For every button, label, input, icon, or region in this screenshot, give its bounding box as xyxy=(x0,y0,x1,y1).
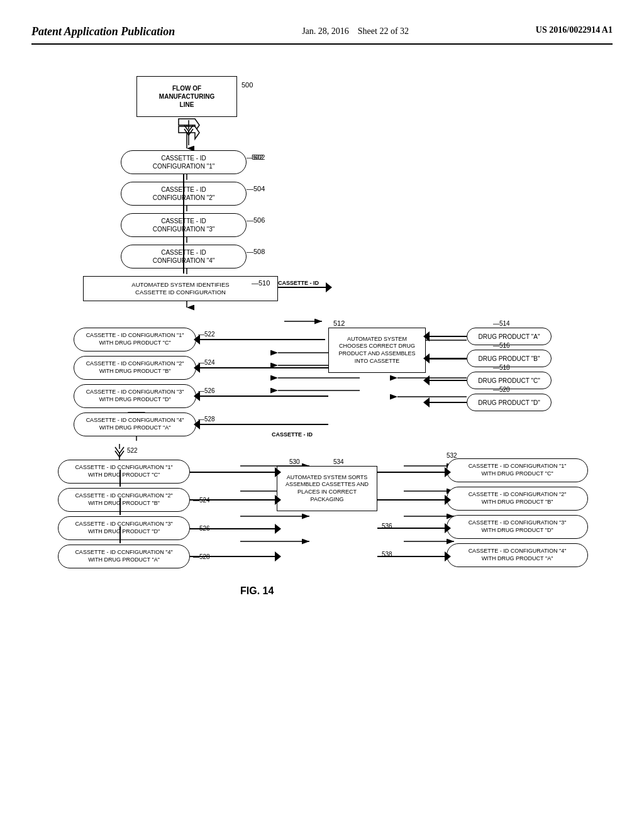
box-522a: CASSETTE - ID CONFIGURATION "1" WITH DRU… xyxy=(74,328,196,351)
cassette-id-label-bottom: CASSETTE - ID xyxy=(272,431,313,438)
box-524a: CASSETTE - ID CONFIGURATION "2" WITH DRU… xyxy=(74,356,196,380)
patent-number: US 2016/0022914 A1 xyxy=(536,25,613,35)
right-524-label: CASSETTE - ID CONFIGURATION "2" WITH DRU… xyxy=(469,491,567,506)
ref-506: —506 xyxy=(247,216,265,224)
right-522-label: CASSETTE - ID CONFIGURATION "1" WITH DRU… xyxy=(469,463,567,477)
box-right-526: CASSETTE - ID CONFIGURATION "3" WITH DRU… xyxy=(447,515,588,539)
ref-522-lower: 522 xyxy=(127,447,138,454)
flow-arrow xyxy=(182,120,195,145)
ref-534: 534 xyxy=(333,458,344,465)
box-lower-528: CASSETTE - ID CCNFIGURATION "4" WITH DRU… xyxy=(58,545,190,568)
publication-title: Patent Application Publication xyxy=(31,25,175,38)
ref-532: 532 xyxy=(447,452,457,459)
box-510: AUTOMATED SYSTEM IDENTIFIES CASSETTE ID … xyxy=(83,276,278,301)
box-530: AUTOMATED SYSTEM SORTS ASSEMBLED CASSETT… xyxy=(277,466,377,511)
box-528a: CASSETTE - ID CONFIGURATION "4" WITH DRU… xyxy=(74,412,196,436)
ref-514: —514 xyxy=(493,320,510,327)
flow-box-label: FLOW OF MANUFACTURING LINE xyxy=(159,84,214,109)
ref-508: —508 xyxy=(247,248,265,255)
arrow-510-512-head xyxy=(326,282,332,292)
box-right-528: CASSETTE - ID CONFIGURATION "4" WITH DRU… xyxy=(447,543,588,567)
ref-504: —504 xyxy=(247,185,265,192)
cassette-id-label-top: CASSETTE - ID xyxy=(278,280,319,286)
ref-526a: —526 xyxy=(198,387,215,394)
vert-line-1 xyxy=(183,174,184,274)
box-lower-522: CASSETTE - ID CCNFIGURATION "1" WITH DRU… xyxy=(58,460,190,484)
pub-date: Jan. 28, 2016 xyxy=(302,26,349,36)
right-526-label: CASSETTE - ID CONFIGURATION "3" WITH DRU… xyxy=(469,519,567,534)
flow-box: FLOW OF MANUFACTURING LINE xyxy=(136,76,237,117)
box-512: AUTOMATED SYSTEM CHOOSES CORRECT DRUG PR… xyxy=(328,328,426,373)
page: Patent Application Publication Jan. 28, … xyxy=(0,0,644,830)
ref-522a: —522 xyxy=(198,331,215,338)
ref-500: 500 xyxy=(242,81,253,89)
sheet-info: Sheet 22 of 32 xyxy=(358,26,409,36)
ref-528a: —528 xyxy=(198,416,215,423)
arrow-510-512-h xyxy=(278,287,328,288)
ref-516: —516 xyxy=(493,342,510,349)
box-526a: CASSETTE - ID CONFIGURATION "3" WITH DRU… xyxy=(74,384,196,408)
ref-502-line: —502 xyxy=(247,153,265,161)
ref-524a: —524 xyxy=(198,359,215,366)
ref-510: —510 xyxy=(252,279,270,287)
box-520: DRUG PRODUCT "D" xyxy=(467,394,552,411)
ref-512: 512 xyxy=(333,319,345,327)
box-lower-524: CASSETTE - ID CCNFIGURATION "2" WITH DRU… xyxy=(58,488,190,512)
right-528-label: CASSETTE - ID CONFIGURATION "4" WITH DRU… xyxy=(469,548,567,562)
header-date-sheet: Jan. 28, 2016 Sheet 22 of 32 xyxy=(302,25,409,38)
box-right-524: CASSETTE - ID CONFIGURATION "2" WITH DRU… xyxy=(447,487,588,511)
box-right-522: CASSETTE - ID CONFIGURATION "1" WITH DRU… xyxy=(447,458,588,482)
fig-label: FIG. 14 xyxy=(240,585,274,597)
diagram-area: FLOW OF MANUFACTURING LINE 500 CASSETTE … xyxy=(39,57,605,787)
ref-530: 530 xyxy=(289,458,300,465)
ref-520: —520 xyxy=(493,386,510,393)
page-header: Patent Application Publication Jan. 28, … xyxy=(31,25,613,45)
box-lower-526: CASSETTE - ID CCNFIGURATION "3" WITH DRU… xyxy=(58,516,190,540)
ref-518: —518 xyxy=(493,364,510,371)
box-502: CASSETTE - ID CONFIGURATION "1" xyxy=(121,150,247,174)
